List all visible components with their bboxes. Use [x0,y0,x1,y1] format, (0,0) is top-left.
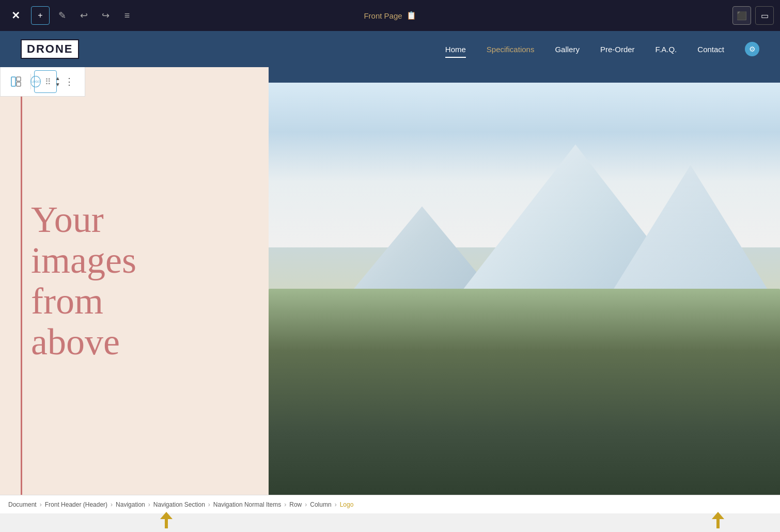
svg-rect-17 [716,519,720,528]
breadcrumb-column[interactable]: Column [310,501,331,508]
breadcrumb-navigation-normal-items[interactable]: Navigation Normal Items [213,501,281,508]
breadcrumb-sep-1: › [40,501,42,508]
hero-text: Your images from above [31,199,136,363]
page-title: Front Page [364,11,402,20]
breadcrumb-arrow-left [160,512,173,530]
selection-cross-icon: + [534,376,540,387]
person-silhouette-1 [511,443,527,474]
undo-button[interactable]: ↩ [74,6,93,25]
pen-button[interactable]: ✎ [53,6,71,25]
layout-icon [10,76,22,87]
site-header: DRONE Home Specifications Gallery Pre-Or… [0,31,780,67]
svg-rect-0 [11,77,15,86]
bridge-people-area [371,392,678,475]
breadcrumb-sep-5: › [284,501,286,508]
more-options-button[interactable]: ⋮ [58,70,81,93]
breadcrumb-front-header[interactable]: Front Header (Header) [45,501,107,508]
breadcrumb-row[interactable]: Row [289,501,302,508]
nav-item-specifications[interactable]: Specifications [487,45,535,54]
hero-text-line1: Your [31,199,136,240]
breadcrumb-navigation-section[interactable]: Navigation Section [153,501,205,508]
hero-text-line4: above [31,322,136,363]
page-icon: 📋 [407,11,416,20]
breadcrumb-sep-2: › [111,501,113,508]
tablet-view-button[interactable]: ▭ [755,6,774,25]
nav-item-contact[interactable]: Contact [697,45,724,54]
toolbar-right: ⬛ ▭ [732,6,774,25]
site-logo-text: DRONE [27,42,73,55]
settings-gear-icon[interactable]: ⚙ [745,42,759,56]
hero-text-line3: from [31,281,136,322]
add-button[interactable]: + [31,6,50,25]
page-title-area: Front Page 📋 [364,11,416,20]
hero-section: Your images from above [0,67,780,495]
arrow-svg-right [712,512,724,528]
arrow-svg-left [160,512,173,528]
nav-item-preorder[interactable]: Pre-Order [600,45,635,54]
svg-marker-16 [712,512,724,519]
top-toolbar: ✕ + ✎ ↩ ↪ ≡ Front Page 📋 ⬛ ▭ [0,0,780,31]
logo-circle-label: LOGO [31,80,40,83]
editor-area: LOGO ⠿ ▲ ▼ ⋮ DRONE Home [0,31,780,513]
breadcrumb-sep-4: › [208,501,210,508]
hero-text-line2: images [31,240,136,281]
person-silhouette-2 [524,448,537,474]
breadcrumb-navigation[interactable]: Navigation [116,501,145,508]
app-logo: ✕ [6,6,25,25]
website-preview: DRONE Home Specifications Gallery Pre-Or… [0,31,780,495]
logo-placeholder-icon: LOGO [30,76,40,87]
breadcrumb-sep-3: › [148,501,150,508]
breadcrumb-sep-6: › [305,501,307,508]
desktop-view-button[interactable]: ⬛ [732,6,751,25]
hero-right: + [269,67,780,495]
site-logo-box: DRONE [21,39,79,59]
breadcrumb-bar: Document › Front Header (Header) › Navig… [0,495,780,513]
bridge-cables [269,351,780,495]
nav-item-home[interactable]: Home [445,45,466,54]
breadcrumb-logo[interactable]: Logo [340,501,354,508]
svg-rect-2 [17,82,21,86]
breadcrumb-sep-7: › [335,501,337,508]
logo-element-button[interactable]: LOGO ⠿ ▲ ▼ [34,70,57,93]
hero-left: Your images from above [0,67,269,495]
nav-item-gallery[interactable]: Gallery [555,45,580,54]
element-toolbar: LOGO ⠿ ▲ ▼ ⋮ [0,67,85,97]
menu-button[interactable]: ≡ [118,6,136,25]
mountain-image: + [269,83,780,495]
site-nav: Home Specifications Gallery Pre-Order F.… [445,42,759,56]
canvas-wrapper: LOGO ⠿ ▲ ▼ ⋮ DRONE Home [0,31,780,495]
nav-item-faq[interactable]: F.A.Q. [656,45,677,54]
svg-rect-1 [17,77,21,81]
hero-vertical-line [21,67,22,495]
app-logo-icon: ✕ [11,9,20,22]
dashed-selection-box: + [320,289,755,474]
breadcrumb-document[interactable]: Document [8,501,37,508]
svg-marker-14 [160,512,173,519]
redo-button[interactable]: ↪ [96,6,115,25]
layout-button[interactable] [5,70,27,93]
dots-handle: ⠿ [45,77,51,87]
breadcrumb-arrow-right [712,512,724,530]
svg-rect-15 [165,519,168,528]
site-logo-area: DRONE [21,39,79,59]
bridge-svg [269,351,780,495]
